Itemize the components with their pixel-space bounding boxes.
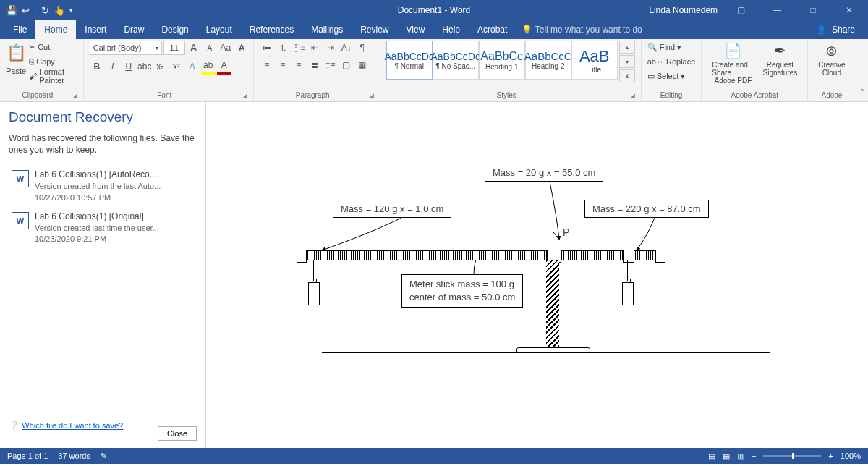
font-launcher-icon[interactable]: ◢	[242, 92, 247, 99]
page-indicator[interactable]: Page 1 of 1	[7, 452, 48, 460]
maximize-icon[interactable]: □	[800, 5, 826, 15]
strikethrough-icon[interactable]: abc	[137, 59, 152, 74]
create-share-pdf-button[interactable]: 📄 Create and ShareAdobe PDF	[707, 41, 758, 85]
styles-more-icon[interactable]: ⊻	[619, 69, 635, 82]
recovery-help-link[interactable]: Which file do I want to save?	[22, 421, 123, 430]
bullets-icon[interactable]: ≔	[260, 41, 274, 55]
subscript-icon[interactable]: x₂	[153, 59, 168, 74]
decrease-indent-icon[interactable]: ⇤	[307, 41, 322, 55]
user-name[interactable]: Linda Noumedem	[649, 5, 718, 15]
grow-font-icon[interactable]: A	[187, 41, 201, 55]
clear-formatting-icon[interactable]: A̷	[234, 41, 249, 55]
style-no-spacing[interactable]: AaBbCcDc¶ No Spac...	[433, 41, 479, 80]
help-info-icon: ❔	[9, 420, 20, 431]
shrink-font-icon[interactable]: A	[203, 41, 217, 55]
tab-home[interactable]: Home	[35, 20, 76, 39]
mass-label-1: Mass = 120 g x = 1.0 cm	[333, 200, 451, 218]
underline-icon[interactable]: U	[122, 59, 136, 74]
shading-icon[interactable]: ▢	[339, 58, 354, 72]
save-icon[interactable]: 💾	[6, 5, 17, 16]
increase-indent-icon[interactable]: ⇥	[323, 41, 338, 55]
read-mode-icon[interactable]: ▤	[708, 452, 715, 461]
print-layout-icon[interactable]: ▦	[723, 452, 730, 461]
undo-icon[interactable]: ↩	[22, 5, 30, 16]
document-recovery-pane: Document Recovery Word has recovered the…	[0, 102, 206, 448]
change-case-icon[interactable]: Aa	[218, 41, 233, 55]
font-name-dropdown[interactable]: Calibri (Body)▾	[90, 41, 162, 55]
styles-gallery[interactable]: AaBbCcDc¶ Normal AaBbCcDc¶ No Spac... Aa…	[386, 41, 618, 80]
tab-layout[interactable]: Layout	[197, 20, 241, 39]
find-button[interactable]: 🔍 Find ▾	[647, 41, 681, 54]
highlight-icon[interactable]: ab	[201, 58, 216, 75]
touch-mode-icon[interactable]: 👆	[54, 5, 65, 16]
tab-file[interactable]: File	[4, 20, 35, 39]
creative-cloud-button[interactable]: ⊚ CreativeCloud	[814, 41, 849, 77]
close-window-icon[interactable]: ✕	[836, 5, 862, 15]
italic-icon[interactable]: I	[106, 59, 120, 74]
tab-help[interactable]: Help	[433, 20, 469, 39]
web-layout-icon[interactable]: ▥	[737, 452, 744, 461]
paste-label[interactable]: Paste	[6, 67, 26, 75]
copy-button[interactable]: ⎘ Copy	[29, 55, 77, 68]
paste-icon[interactable]: 📋	[9, 41, 23, 65]
request-signatures-button[interactable]: ✒ RequestSignatures	[759, 41, 802, 77]
redo-icon[interactable]: ↻	[41, 5, 49, 16]
tab-insert[interactable]: Insert	[76, 20, 115, 39]
superscript-icon[interactable]: x²	[169, 59, 184, 74]
ribbon-display-icon[interactable]: ▢	[728, 5, 754, 15]
borders-icon[interactable]: ▦	[355, 58, 370, 72]
style-heading-1[interactable]: AaBbCcHeading 1	[479, 41, 525, 80]
select-button[interactable]: ▭ Select ▾	[647, 69, 686, 82]
bold-icon[interactable]: B	[90, 59, 104, 74]
tab-acrobat[interactable]: Acrobat	[469, 20, 516, 39]
qat-more-icon[interactable]: ▾	[69, 7, 73, 14]
styles-down-icon[interactable]: ▾	[619, 55, 635, 68]
paragraph-launcher-icon[interactable]: ◢	[369, 92, 374, 99]
recovered-file-item[interactable]: W Lab 6 Collisions(1) [AutoReco... Versi…	[9, 169, 197, 203]
show-marks-icon[interactable]: ¶	[355, 41, 370, 55]
sort-icon[interactable]: A↓	[339, 41, 354, 55]
justify-icon[interactable]: ≣	[307, 58, 322, 72]
editing-group-label: Editing	[647, 90, 696, 101]
styles-launcher-icon[interactable]: ◢	[630, 92, 635, 99]
share-button[interactable]: 👤 Share	[816, 25, 864, 35]
paragraph-group-label: Paragraph	[260, 90, 366, 101]
recovery-close-button[interactable]: Close	[158, 426, 197, 441]
word-count[interactable]: 37 words	[58, 452, 90, 460]
font-size-dropdown[interactable]: 11	[163, 41, 185, 55]
recovery-title: Document Recovery	[9, 109, 197, 125]
numbering-icon[interactable]: ⒈	[276, 41, 290, 55]
collapse-ribbon-icon[interactable]: ˄	[856, 39, 868, 101]
tell-me-search[interactable]: 💡 Tell me what you want to do	[522, 25, 642, 35]
multilevel-icon[interactable]: ⋮≡	[292, 41, 306, 55]
tab-draw[interactable]: Draw	[115, 20, 153, 39]
clipboard-group-label: Clipboard	[6, 90, 69, 101]
tab-view[interactable]: View	[398, 20, 434, 39]
zoom-slider[interactable]	[763, 455, 821, 457]
zoom-out-icon[interactable]: −	[752, 452, 756, 460]
text-effects-icon[interactable]: A	[185, 59, 200, 74]
minimize-icon[interactable]: —	[764, 5, 790, 15]
styles-up-icon[interactable]: ▴	[619, 41, 635, 54]
align-center-icon[interactable]: ≡	[276, 58, 290, 72]
style-title[interactable]: AaBTitle	[571, 41, 618, 80]
document-canvas[interactable]: Mass = 120 g x = 1.0 cm Mass = 20 g x = …	[206, 102, 868, 448]
tab-review[interactable]: Review	[352, 20, 397, 39]
clipboard-launcher-icon[interactable]: ◢	[72, 92, 77, 99]
recovered-file-item[interactable]: W Lab 6 Collisions(1) [Original] Version…	[9, 211, 197, 245]
tab-references[interactable]: References	[241, 20, 302, 39]
spellcheck-icon[interactable]: ✎	[101, 452, 107, 461]
style-normal[interactable]: AaBbCcDc¶ Normal	[386, 41, 433, 80]
align-right-icon[interactable]: ≡	[292, 58, 306, 72]
replace-button[interactable]: ab↔ Replace	[647, 55, 696, 68]
tab-design[interactable]: Design	[153, 20, 197, 39]
style-heading-2[interactable]: AaBbCcCHeading 2	[525, 41, 571, 80]
zoom-level[interactable]: 100%	[841, 452, 861, 460]
zoom-in-icon[interactable]: +	[828, 452, 833, 460]
cut-button[interactable]: ✂ Cut	[29, 41, 77, 54]
font-color-icon[interactable]: A	[217, 58, 231, 75]
format-painter-button[interactable]: 🖌 Format Painter	[29, 69, 77, 82]
align-left-icon[interactable]: ≡	[260, 58, 274, 72]
line-spacing-icon[interactable]: ‡≡	[323, 58, 338, 72]
tab-mailings[interactable]: Mailings	[302, 20, 352, 39]
